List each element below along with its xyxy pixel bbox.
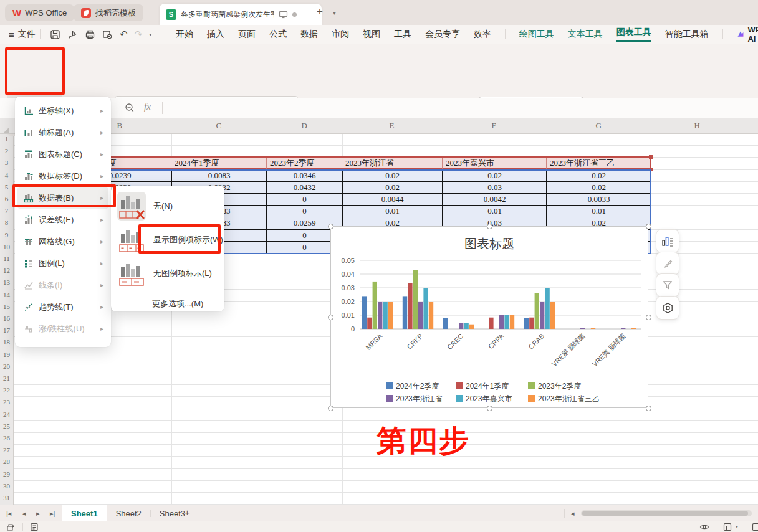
data-cell[interactable]: 0.02: [547, 181, 651, 194]
undo-caret-icon[interactable]: ▾: [149, 32, 151, 37]
row-header-14[interactable]: 14: [0, 291, 13, 298]
select-all-corner[interactable]: [4, 127, 9, 133]
row-header-24[interactable]: 24: [0, 411, 13, 418]
row-header-13[interactable]: 13: [0, 278, 13, 286]
next-sheet-icon[interactable]: ▸: [36, 510, 40, 518]
view-switcher-icon[interactable]: [723, 523, 732, 531]
tool-tab-图表工具[interactable]: 图表工具: [616, 27, 651, 42]
add-element-menu-item-图例(L)[interactable]: 图例(L)▸: [17, 252, 108, 274]
column-header-D[interactable]: D: [302, 121, 307, 131]
data-cell[interactable]: 0.03: [443, 181, 547, 194]
sheet-tab-Sheet1[interactable]: Sheet1: [62, 505, 107, 521]
row-header-12[interactable]: 12: [0, 267, 13, 274]
sheet-tab-Sheet2[interactable]: Sheet2: [107, 505, 150, 521]
column-header-H[interactable]: H: [694, 121, 700, 131]
row-header-19[interactable]: 19: [0, 351, 13, 358]
menu-item-公式[interactable]: 公式: [269, 29, 287, 40]
undo-icon[interactable]: ↶: [120, 29, 128, 40]
print-icon[interactable]: [85, 29, 95, 40]
eye-icon[interactable]: [699, 523, 709, 531]
horizontal-scrollbar[interactable]: [581, 510, 752, 516]
column-header-F[interactable]: F: [492, 121, 496, 131]
row-header-6[interactable]: 6: [0, 195, 13, 202]
add-element-menu-item-数据标签(D)[interactable]: 数据标签(D)▸: [17, 165, 108, 187]
data-cell[interactable]: 0.01: [342, 205, 443, 217]
submenu-item-更多选项...(M)[interactable]: 更多选项...(M): [152, 298, 203, 310]
row-header-29[interactable]: 29: [0, 470, 13, 478]
series-header-cell[interactable]: 2024年1季度: [171, 157, 267, 169]
menu-item-开始[interactable]: 开始: [176, 29, 193, 40]
chart-selection-handle[interactable]: [487, 406, 492, 411]
add-element-menu-item-网格线(G)[interactable]: 网格线(G)▸: [17, 230, 108, 252]
add-element-menu-item-趋势线(T)[interactable]: 趋势线(T)▸: [17, 296, 108, 318]
prev-sheet-icon[interactable]: ◂: [22, 510, 26, 518]
range-handle[interactable]: [649, 155, 653, 159]
add-element-menu-item-误差线(E)[interactable]: 误差线(E)▸: [17, 209, 108, 230]
chart-selection-handle[interactable]: [646, 315, 651, 320]
row-header-1[interactable]: 1: [0, 135, 13, 143]
row-header-27[interactable]: 27: [0, 446, 13, 454]
new-tab-button[interactable]: +: [317, 6, 323, 18]
chart-settings-button[interactable]: [656, 296, 679, 320]
chart-selection-handle[interactable]: [328, 315, 333, 320]
chart-selection-handle[interactable]: [328, 224, 333, 229]
redo-icon[interactable]: ↷: [135, 29, 143, 40]
share-icon[interactable]: [67, 29, 78, 40]
row-header-18[interactable]: 18: [0, 338, 13, 346]
window-mode-icon[interactable]: [279, 10, 288, 19]
last-sheet-icon[interactable]: ▸|: [50, 510, 55, 518]
series-header-cell[interactable]: 2023年嘉兴市: [443, 157, 547, 169]
file-menu[interactable]: ≡ 文件: [9, 25, 36, 44]
row-header-10[interactable]: 10: [0, 243, 13, 250]
column-header-C[interactable]: C: [216, 121, 222, 131]
template-store-tab[interactable]: 找稻壳模板: [74, 4, 143, 21]
menu-item-插入[interactable]: 插入: [207, 29, 224, 40]
print-preview-icon[interactable]: [102, 29, 113, 40]
save-icon[interactable]: [50, 29, 60, 40]
chart-filter-button[interactable]: [656, 273, 679, 297]
chart-elements-button[interactable]: [656, 229, 679, 253]
menu-item-工具[interactable]: 工具: [394, 29, 411, 40]
first-sheet-icon[interactable]: |◂: [6, 510, 11, 518]
data-cell[interactable]: 0.0042: [443, 193, 547, 206]
data-cell[interactable]: 0.02: [443, 169, 547, 182]
column-header-E[interactable]: E: [390, 121, 395, 131]
app-home-tab[interactable]: W WPS Office: [5, 4, 74, 21]
fx-icon[interactable]: fx: [144, 102, 151, 112]
scroll-left-icon[interactable]: ◂: [571, 510, 575, 518]
data-cell[interactable]: 0.0044: [342, 193, 443, 206]
series-header-cell[interactable]: 2023年浙江省: [342, 157, 443, 169]
document-tab[interactable]: S 各多重耐药菌感染例次发生率: [160, 4, 322, 25]
row-header-4[interactable]: 4: [0, 171, 13, 179]
zoom-out-icon[interactable]: [125, 103, 135, 113]
data-cell[interactable]: 0.02: [342, 169, 443, 182]
document-outline-icon[interactable]: [30, 523, 39, 531]
chart[interactable]: 图表标题00.010.020.030.040.05MRSACRKPCRECCRP…: [330, 226, 648, 408]
row-header-15[interactable]: 15: [0, 303, 13, 310]
series-header-cell[interactable]: 2023年浙江省三乙: [547, 157, 651, 169]
tab-list-caret-icon[interactable]: ▾: [333, 9, 336, 16]
column-header-G[interactable]: G: [596, 121, 602, 131]
row-header-28[interactable]: 28: [0, 458, 13, 465]
data-cell[interactable]: 0: [267, 205, 342, 217]
row-header-8[interactable]: 8: [0, 219, 13, 226]
macro-stamp-icon[interactable]: [6, 523, 15, 531]
chart-style-button[interactable]: [656, 252, 679, 275]
row-header-16[interactable]: 16: [0, 315, 13, 322]
data-cell[interactable]: 0.01: [443, 205, 547, 217]
row-header-31[interactable]: 31: [0, 494, 13, 501]
series-header-cell[interactable]: 2023年2季度: [267, 157, 342, 169]
row-header-30[interactable]: 30: [0, 482, 13, 490]
row-header-22[interactable]: 22: [0, 386, 13, 394]
chart-selection-handle[interactable]: [328, 406, 333, 411]
menu-item-数据[interactable]: 数据: [300, 29, 318, 40]
row-header-2[interactable]: 2: [0, 147, 13, 154]
data-cell[interactable]: 0.0083: [171, 169, 267, 182]
row-header-26[interactable]: 26: [0, 434, 13, 442]
wps-ai-button[interactable]: WPS AI: [737, 25, 758, 44]
view-switcher-caret-icon[interactable]: ▾: [736, 524, 738, 530]
chart-selection-handle[interactable]: [646, 406, 651, 411]
menu-item-视图[interactable]: 视图: [363, 29, 380, 40]
zoom-control-icon[interactable]: [752, 523, 758, 531]
data-cell[interactable]: 0.0033: [547, 193, 651, 206]
